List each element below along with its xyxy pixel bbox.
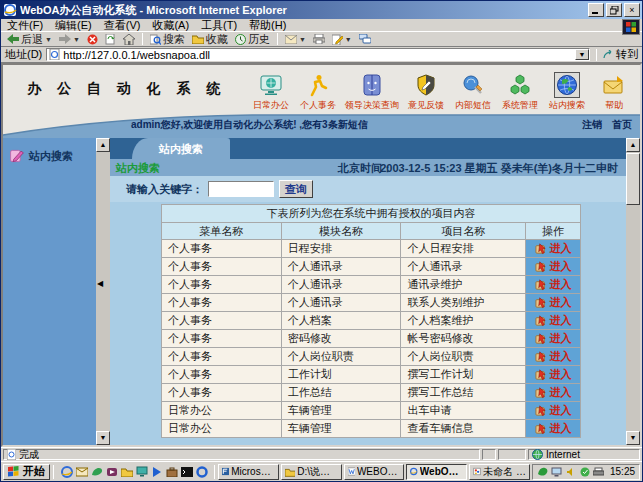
- action-cell[interactable]: 进入: [526, 294, 581, 312]
- nav-item-feedback[interactable]: 意见反馈: [404, 71, 448, 113]
- edit-button[interactable]: ▼: [330, 34, 354, 45]
- enter-link[interactable]: 进入: [550, 313, 572, 328]
- tray-display-icon[interactable]: [551, 466, 563, 478]
- tab-site-search[interactable]: 站内搜索: [132, 138, 230, 159]
- menu-file[interactable]: 文件(F): [7, 18, 43, 33]
- daily-office-icon: [258, 72, 284, 98]
- quicklaunch-folder-icon[interactable]: [120, 465, 133, 478]
- taskbar-button-frontpage[interactable]: Microsoft Fro...: [218, 464, 279, 480]
- stop-button[interactable]: [85, 34, 100, 45]
- taskbar-button-folder[interactable]: D:\说明书: [281, 464, 342, 480]
- quicklaunch-show-desktop-icon[interactable]: [135, 465, 148, 478]
- scroll-up-button[interactable]: ▲: [96, 138, 110, 152]
- nav-item-personal-affairs[interactable]: 个人事务: [296, 71, 340, 113]
- action-cell[interactable]: 进入: [526, 348, 581, 366]
- tray-antivirus-icon[interactable]: [537, 466, 549, 478]
- quicklaunch-dos-icon[interactable]: [180, 465, 193, 478]
- nav-item-site-search[interactable]: 站内搜索: [545, 71, 589, 113]
- quicklaunch-media-player-icon[interactable]: [150, 465, 163, 478]
- enter-link[interactable]: 进入: [550, 259, 572, 274]
- search-button[interactable]: 搜索: [148, 32, 187, 47]
- action-cell[interactable]: 进入: [526, 276, 581, 294]
- taskbar-button-weboa-active[interactable]: WebOA办公...: [406, 464, 467, 480]
- search-label: 搜索: [163, 32, 185, 47]
- menu-edit[interactable]: 编辑(E): [55, 18, 92, 33]
- scroll-down-button[interactable]: ▼: [96, 431, 110, 445]
- enter-link[interactable]: 进入: [550, 331, 572, 346]
- print-button[interactable]: [311, 34, 327, 44]
- task-label: WEBOA产品...: [357, 465, 401, 479]
- enter-link[interactable]: 进入: [550, 421, 572, 436]
- enter-link[interactable]: 进入: [550, 241, 572, 256]
- action-cell[interactable]: 进入: [526, 330, 581, 348]
- close-button[interactable]: ×: [624, 3, 640, 17]
- start-button[interactable]: 开始: [3, 464, 50, 480]
- quicklaunch-outlook-icon[interactable]: [75, 465, 88, 478]
- frame-collapse-icon[interactable]: ◀: [97, 279, 103, 288]
- menu-help[interactable]: 帮助(H): [249, 18, 286, 33]
- feedback-icon: [413, 72, 439, 98]
- enter-link[interactable]: 进入: [550, 277, 572, 292]
- restore-button[interactable]: [606, 3, 622, 17]
- quicklaunch-ie-icon[interactable]: [60, 465, 73, 478]
- action-cell[interactable]: 进入: [526, 366, 581, 384]
- action-cell[interactable]: 进入: [526, 420, 581, 438]
- address-dropdown-button[interactable]: ▼: [575, 49, 589, 60]
- scroll-up-button[interactable]: ▲: [626, 138, 640, 152]
- action-cell[interactable]: 进入: [526, 240, 581, 258]
- keyword-input[interactable]: [208, 181, 274, 197]
- start-label: 开始: [23, 464, 45, 479]
- nav-item-internal-sms[interactable]: 内部短信: [451, 71, 495, 113]
- action-cell[interactable]: 进入: [526, 312, 581, 330]
- folder-icon: [285, 467, 295, 477]
- address-input[interactable]: [63, 49, 572, 60]
- menu-name-cell: 个人事务: [162, 258, 282, 276]
- taskbar-button-word[interactable]: WEBOA产品...: [344, 464, 405, 480]
- header-menu-name: 菜单名称: [162, 223, 282, 240]
- table-row: 个人事务 个人档案 个人档案维护 进入: [162, 312, 581, 330]
- scrollbar-thumb[interactable]: [626, 153, 640, 205]
- enter-link[interactable]: 进入: [550, 367, 572, 382]
- nav-item-system-management[interactable]: 系统管理: [498, 71, 542, 113]
- logout-link[interactable]: 注销: [582, 118, 602, 132]
- nav-item-help[interactable]: 帮助: [592, 71, 636, 113]
- enter-link[interactable]: 进入: [550, 403, 572, 418]
- tray-scheduler-icon[interactable]: [579, 466, 591, 478]
- home-button[interactable]: [121, 34, 137, 45]
- welcome-message: admin您好,欢迎使用自动化办公系统! ,您有3条新短信: [131, 118, 368, 132]
- scroll-down-button[interactable]: ▼: [626, 431, 640, 445]
- mail-button[interactable]: ▼: [283, 35, 308, 44]
- quicklaunch-quicktime-icon[interactable]: [195, 465, 208, 478]
- action-cell[interactable]: 进入: [526, 258, 581, 276]
- history-button[interactable]: 历史: [233, 32, 272, 47]
- home-link[interactable]: 首页: [612, 118, 632, 132]
- query-button[interactable]: 查询: [279, 180, 313, 198]
- back-button[interactable]: 后退▼: [5, 32, 54, 47]
- nav-item-leader-decision[interactable]: 领导决策查询: [343, 71, 401, 113]
- quicklaunch-msn-icon[interactable]: [90, 465, 103, 478]
- go-button[interactable]: 转到: [603, 47, 638, 62]
- tray-volume-icon[interactable]: [565, 466, 577, 478]
- minimize-button[interactable]: [588, 3, 604, 17]
- action-cell[interactable]: 进入: [526, 384, 581, 402]
- enter-link[interactable]: 进入: [550, 385, 572, 400]
- forward-button[interactable]: ▼: [57, 34, 82, 44]
- taskbar-button-paint[interactable]: 未命名 - 画图: [469, 464, 530, 480]
- menu-favorites[interactable]: 收藏(A): [152, 18, 189, 33]
- quicklaunch-briefcase-icon[interactable]: [165, 465, 178, 478]
- discuss-button[interactable]: [357, 34, 373, 44]
- favorites-button[interactable]: 收藏: [190, 32, 230, 47]
- menu-name-cell: 日常办公: [162, 420, 282, 438]
- refresh-button[interactable]: [103, 34, 118, 45]
- menu-tools[interactable]: 工具(T): [201, 18, 237, 33]
- nav-item-daily-office[interactable]: 日常办公: [249, 71, 293, 113]
- tray-printer-icon[interactable]: [593, 466, 605, 478]
- sidebar-item-site-search[interactable]: 站内搜索: [9, 148, 96, 164]
- quicklaunch-realplayer-icon[interactable]: [105, 465, 118, 478]
- project-name-cell: 个人通讯录: [401, 258, 526, 276]
- enter-link[interactable]: 进入: [550, 295, 572, 310]
- menu-view[interactable]: 查看(V): [104, 18, 141, 33]
- enter-link[interactable]: 进入: [550, 349, 572, 364]
- module-name-cell: 车辆管理: [281, 402, 401, 420]
- action-cell[interactable]: 进入: [526, 402, 581, 420]
